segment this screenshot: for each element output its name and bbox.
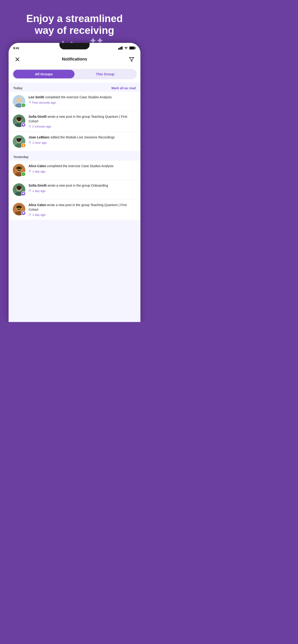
status-bar: 9:41 — [9, 43, 140, 53]
notif-text-alice2: Alice Calen wrote a new post in the grou… — [29, 203, 136, 212]
section-yesterday: Yesterday — [9, 152, 140, 161]
svg-rect-3 — [122, 46, 123, 50]
notif-time-alice2: ⏱ 1 day ago — [29, 213, 136, 216]
notif-time-sofia2: ⏱ 1 day ago — [29, 189, 136, 193]
tab-all-groups[interactable]: All Groups — [13, 70, 75, 78]
svg-marker-9 — [129, 58, 134, 61]
filter-icon — [129, 57, 134, 62]
section-today: Today Mark all as read — [9, 82, 140, 92]
notif-action-alice: completed the exercise Case Studies Anal… — [46, 164, 113, 168]
notif-time-text-leo: Few seconds ago — [32, 101, 56, 104]
notif-text-sofia: Sofia Girelli wrote a new post in the gr… — [29, 114, 136, 124]
notif-user-alice2: Alice Calen — [29, 203, 46, 207]
notification-item-alice2[interactable]: Alice Calen wrote a new post in the grou… — [9, 200, 140, 220]
avatar-wrap-sofia2 — [13, 183, 25, 196]
close-button[interactable] — [14, 56, 21, 63]
tab-this-group[interactable]: This Group — [75, 70, 136, 78]
badge-sofia2 — [21, 191, 26, 196]
notif-time-sofia: ⏱ 2 minutes ago — [29, 125, 136, 128]
notification-item-joan[interactable]: Joan LeBlanc edited the Module Live Sess… — [9, 132, 140, 151]
svg-rect-13 — [17, 100, 22, 102]
battery-icon — [129, 46, 136, 50]
status-icons — [118, 46, 136, 50]
notif-text-alice: Alice Calen completed the exercise Case … — [29, 164, 136, 168]
filter-button[interactable] — [128, 56, 135, 63]
page-title: Notifications — [62, 57, 87, 62]
svg-rect-39 — [16, 208, 23, 209]
notif-time-text-sofia: 2 minutes ago — [32, 125, 51, 128]
notif-content-joan: Joan LeBlanc edited the Module Live Sess… — [29, 135, 136, 144]
chat-icon-sofia — [22, 124, 25, 126]
svg-rect-40 — [23, 212, 24, 214]
notif-user-sofia2: Sofia Girelli — [29, 184, 47, 187]
notif-action-leo: completed the exercise Case Studies Anal… — [44, 95, 112, 99]
chat-icon-alice2 — [22, 212, 25, 214]
notif-content-alice: Alice Calen completed the exercise Case … — [29, 164, 136, 173]
badge-joan — [21, 143, 26, 148]
section-today-label: Today — [13, 86, 23, 90]
close-icon — [15, 57, 20, 62]
notification-item-alice[interactable]: ✓ Alice Calen completed the exercise Cas… — [9, 161, 140, 180]
notification-list: Today Mark all as read ✓ Leo Smith com — [9, 82, 140, 322]
notif-time-leo: ⏱ Few seconds ago — [29, 101, 136, 104]
notif-action-sofia2: wrote a new post in the group Onboarding — [47, 184, 108, 187]
wifi-icon — [124, 46, 128, 50]
notif-time-text-sofia2: 1 day ago — [32, 189, 46, 193]
notif-action-joan: edited the Module Live Sessions Recordin… — [50, 136, 115, 139]
svg-rect-1 — [119, 48, 120, 50]
mark-all-read-button[interactable]: Mark all as read — [111, 86, 136, 90]
tab-bar: All Groups This Group — [9, 66, 140, 82]
hero-line1: Enjoy a streamlined — [26, 13, 123, 24]
notif-time-text-joan: 1 hour ago — [32, 141, 47, 144]
svg-rect-17 — [23, 124, 24, 125]
clock-icon-alice2: ⏱ — [29, 213, 31, 216]
avatar-wrap-joan — [13, 135, 25, 148]
avatar-wrap-alice: ✓ — [13, 164, 25, 176]
notif-content-sofia2: Sofia Girelli wrote a new post in the gr… — [29, 183, 136, 193]
notification-item-sofia[interactable]: Sofia Girelli wrote a new post in the gr… — [9, 111, 140, 132]
notch — [59, 43, 90, 50]
badge-alice: ✓ — [21, 172, 26, 176]
badge-leo: ✓ — [21, 103, 26, 108]
clock-icon-sofia: ⏱ — [29, 125, 31, 128]
notif-content-leo: Leo Smith completed the exercise Case St… — [29, 95, 136, 104]
notif-content-sofia: Sofia Girelli wrote a new post in the gr… — [29, 114, 136, 128]
clock-icon-sofia2: ⏱ — [29, 189, 31, 192]
svg-marker-41 — [23, 214, 24, 214]
clock-icon-leo: ⏱ — [29, 101, 31, 104]
svg-point-22 — [17, 138, 18, 139]
section-yesterday-label: Yesterday — [13, 155, 29, 159]
tab-pill-container: All Groups This Group — [12, 69, 137, 79]
notif-text-leo: Leo Smith completed the exercise Case St… — [29, 95, 136, 100]
svg-rect-2 — [120, 47, 121, 50]
notif-user-sofia: Sofia Girelli — [29, 115, 47, 118]
notification-item-leo[interactable]: ✓ Leo Smith completed the exercise Case … — [9, 92, 140, 111]
clock-icon-alice: ⏱ — [29, 170, 31, 173]
badge-sofia — [21, 122, 26, 127]
notif-time-joan: ⏱ 1 hour ago — [29, 141, 136, 144]
svg-rect-0 — [118, 48, 119, 50]
notif-user-alice: Alice Calen — [29, 164, 46, 168]
notif-time-alice: ⏱ 1 day ago — [29, 170, 136, 173]
clock-icon-joan: ⏱ — [29, 141, 31, 144]
nav-bar: Notifications — [9, 53, 140, 66]
notif-text-joan: Joan LeBlanc edited the Module Live Sess… — [29, 135, 136, 140]
notif-text-sofia2: Sofia Girelli wrote a new post in the gr… — [29, 183, 136, 188]
svg-rect-6 — [130, 47, 134, 49]
notif-user-leo: Leo Smith — [29, 95, 44, 99]
svg-rect-34 — [23, 193, 24, 194]
notification-item-sofia2[interactable]: Sofia Girelli wrote a new post in the gr… — [9, 180, 140, 199]
notif-content-alice2: Alice Calen wrote a new post in the grou… — [29, 203, 136, 216]
phone-frame: 9:41 — [9, 43, 140, 322]
notif-time-text-alice2: 1 day ago — [32, 213, 46, 216]
badge-alice2 — [21, 211, 26, 215]
svg-marker-18 — [23, 125, 24, 126]
doc-icon-joan — [22, 144, 25, 146]
chat-icon-sofia2 — [22, 192, 25, 195]
svg-marker-35 — [23, 194, 24, 194]
svg-rect-5 — [135, 47, 136, 49]
avatar-wrap-alice2 — [13, 203, 25, 215]
avatar-wrap-leo: ✓ — [13, 95, 25, 108]
svg-rect-30 — [16, 169, 23, 170]
status-time: 9:41 — [13, 46, 19, 50]
